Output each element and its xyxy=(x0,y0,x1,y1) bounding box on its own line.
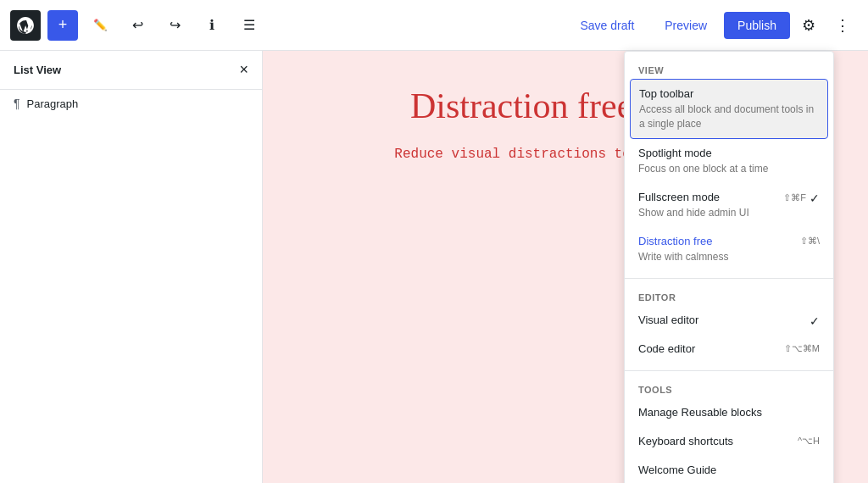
menu-item-welcome-guide[interactable]: Welcome Guide xyxy=(625,456,833,483)
view-section-label: VIEW xyxy=(625,58,833,79)
visual-editor-title: Visual editor xyxy=(638,313,803,328)
wp-logo-icon xyxy=(16,16,35,35)
publish-button[interactable]: Publish xyxy=(724,12,790,39)
redo-button[interactable]: ↪ xyxy=(159,10,190,41)
fullscreen-check: ✓ xyxy=(810,192,820,205)
menu-item-top-toolbar-desc: Access all block and document tools in a… xyxy=(639,103,819,131)
redo-icon: ↪ xyxy=(170,17,181,33)
info-button[interactable]: ℹ xyxy=(197,10,227,41)
keyboard-shortcuts-shortcut: ^⌥H xyxy=(798,436,820,447)
menu-item-distraction-desc: Write with calmness xyxy=(638,250,793,264)
save-draft-button[interactable]: Save draft xyxy=(566,12,648,39)
right-actions: Save draft Preview Publish ⚙ ⋮ xyxy=(566,10,858,41)
menu-item-distraction-free[interactable]: Distraction free Write with calmness ⇧⌘\ xyxy=(625,227,833,271)
menu-item-manage-reusable[interactable]: Manage Reusable blocks xyxy=(625,398,833,427)
add-block-button[interactable]: + xyxy=(47,10,78,41)
undo-button[interactable]: ↩ xyxy=(122,10,153,41)
tools-section: TOOLS Manage Reusable blocks Keyboard sh… xyxy=(625,370,833,483)
welcome-guide-title: Welcome Guide xyxy=(638,463,820,478)
view-section: VIEW Top toolbar Access all block and do… xyxy=(625,52,833,278)
menu-item-fullscreen-title: Fullscreen mode xyxy=(638,190,776,205)
more-options-button[interactable]: ⋮ xyxy=(827,10,858,41)
keyboard-shortcuts-title: Keyboard shortcuts xyxy=(638,434,791,449)
menu-item-fullscreen-desc: Show and hide admin UI xyxy=(638,206,776,220)
editor-section-label: EDITOR xyxy=(625,286,833,306)
code-editor-title: Code editor xyxy=(638,341,777,357)
top-toolbar: + ✏️ ↩ ↪ ℹ ☰ Save draft Preview Publish … xyxy=(0,0,868,51)
info-icon: ℹ xyxy=(209,17,214,33)
list-view-title: List View xyxy=(14,64,61,76)
list-item[interactable]: ¶ Paragraph xyxy=(0,90,262,117)
manage-reusable-title: Manage Reusable blocks xyxy=(638,405,820,420)
menu-item-distraction-title: Distraction free xyxy=(638,234,793,249)
tools-section-label: TOOLS xyxy=(625,378,833,398)
tools-button[interactable]: ✏️ xyxy=(85,10,115,41)
fullscreen-shortcut: ⇧⌘F xyxy=(783,192,806,203)
code-editor-shortcut: ⇧⌥⌘M xyxy=(784,343,820,354)
paragraph-icon: ¶ xyxy=(14,97,20,110)
settings-button[interactable]: ⚙ xyxy=(793,10,824,41)
dropdown-menu: VIEW Top toolbar Access all block and do… xyxy=(624,51,834,483)
list-item-label: Paragraph xyxy=(27,97,79,110)
edit-icon: ✏️ xyxy=(93,19,108,31)
visual-editor-check: ✓ xyxy=(810,314,820,328)
menu-item-spotlight-desc: Focus on one block at a time xyxy=(638,162,820,176)
menu-item-visual-editor[interactable]: Visual editor ✓ xyxy=(625,306,833,335)
menu-item-code-editor[interactable]: Code editor ⇧⌥⌘M xyxy=(625,335,833,364)
menu-item-spotlight-title: Spotlight mode xyxy=(638,146,820,161)
menu-item-top-toolbar-title: Top toolbar xyxy=(639,86,819,102)
menu-item-top-toolbar[interactable]: Top toolbar Access all block and documen… xyxy=(630,79,828,139)
menu-item-spotlight[interactable]: Spotlight mode Focus on one block at a t… xyxy=(625,139,833,183)
undo-icon: ↩ xyxy=(132,17,143,33)
menu-item-fullscreen[interactable]: Fullscreen mode Show and hide admin UI ⇧… xyxy=(625,183,833,227)
list-view-icon: ☰ xyxy=(243,17,255,33)
list-view-close-button[interactable]: × xyxy=(239,61,248,79)
list-view-button[interactable]: ☰ xyxy=(234,10,264,41)
plus-icon: + xyxy=(58,16,68,34)
wp-logo[interactable] xyxy=(10,10,41,41)
editor-section: EDITOR Visual editor ✓ Code editor ⇧⌥⌘M xyxy=(625,278,833,370)
list-view-panel: List View × ¶ Paragraph xyxy=(0,51,263,483)
list-view-header: List View × xyxy=(0,51,262,90)
menu-item-keyboard-shortcuts[interactable]: Keyboard shortcuts ^⌥H xyxy=(625,427,833,456)
preview-button[interactable]: Preview xyxy=(651,12,721,39)
distraction-shortcut: ⇧⌘\ xyxy=(800,236,820,247)
